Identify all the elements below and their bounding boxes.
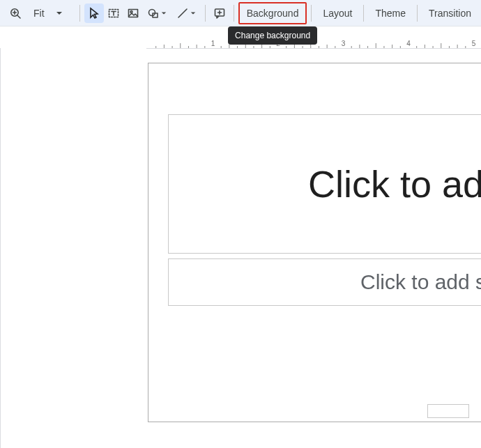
title-placeholder-box[interactable]: Click to add title [168, 114, 481, 254]
svg-text:1: 1 [211, 40, 215, 47]
svg-marker-4 [56, 12, 62, 15]
separator [417, 5, 418, 22]
text-box-icon [107, 7, 120, 20]
cursor-icon [88, 7, 100, 20]
transition-button[interactable]: Transition [422, 3, 478, 23]
background-button-highlight: Background [238, 2, 307, 24]
insert-image-tool[interactable] [123, 3, 143, 23]
svg-point-10 [130, 10, 132, 13]
chevron-down-icon [161, 10, 167, 16]
left-border [0, 48, 1, 448]
separator [79, 5, 80, 22]
horizontal-ruler: 12345 [146, 35, 481, 49]
add-comment-tool[interactable] [210, 3, 229, 23]
text-box-tool[interactable] [104, 3, 123, 23]
separator [363, 5, 364, 22]
chevron-down-icon [56, 10, 63, 17]
svg-line-1 [17, 15, 20, 18]
svg-rect-9 [128, 9, 137, 17]
svg-text:3: 3 [342, 40, 346, 47]
svg-line-14 [178, 9, 187, 17]
comment-add-icon [213, 7, 226, 20]
chevron-down-icon [190, 10, 196, 16]
select-tool[interactable] [84, 3, 104, 23]
background-button[interactable]: Background [240, 3, 306, 23]
zoom-in-icon[interactable] [6, 3, 25, 23]
slide[interactable]: Click to add title Click to add subtitle [148, 63, 481, 422]
layout-button[interactable]: Layout [316, 3, 359, 23]
separator [234, 5, 234, 22]
svg-text:2: 2 [276, 40, 280, 47]
separator [205, 5, 206, 22]
svg-text:5: 5 [472, 40, 476, 47]
svg-marker-5 [91, 8, 98, 18]
zoom-label: Fit [33, 8, 45, 19]
toolbar: Fit [0, 0, 481, 26]
zoom-group: Fit [3, 3, 75, 23]
subtitle-placeholder-box[interactable]: Click to add subtitle [168, 258, 481, 306]
title-placeholder-text: Click to add title [308, 162, 481, 206]
slide-number-box[interactable] [427, 404, 469, 418]
shape-tool[interactable] [142, 3, 171, 23]
image-icon [127, 7, 139, 20]
theme-button[interactable]: Theme [368, 3, 413, 23]
zoom-select[interactable]: Fit [28, 3, 71, 23]
svg-marker-13 [162, 12, 166, 14]
svg-text:4: 4 [406, 40, 411, 47]
line-icon [176, 7, 189, 20]
shape-icon [147, 7, 160, 20]
svg-marker-15 [191, 12, 195, 14]
line-tool[interactable] [171, 3, 201, 23]
editor-canvas: 12345 Click to add title Click to add su… [0, 26, 481, 448]
separator [311, 5, 312, 22]
svg-point-11 [149, 9, 155, 15]
subtitle-placeholder-text: Click to add subtitle [360, 270, 481, 294]
